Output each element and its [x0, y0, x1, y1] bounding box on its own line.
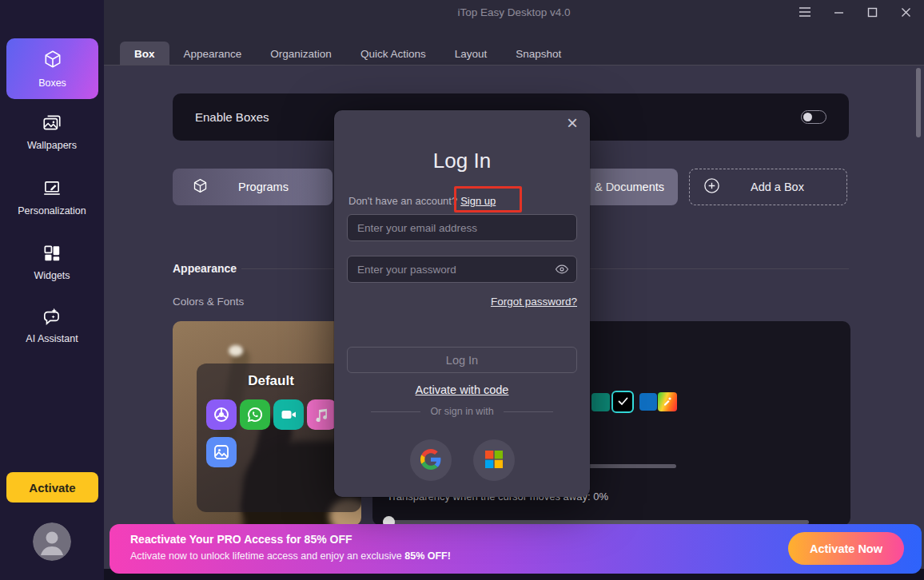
microsoft-icon [484, 450, 504, 471]
activate-button-label: Activate [29, 481, 75, 495]
login-modal: × Log In Don't have an account?Sign up F… [334, 110, 590, 497]
appearance-heading: Appearance [173, 262, 237, 275]
sidebar-item-boxes[interactable]: Boxes [6, 38, 98, 99]
eyedropper-icon [663, 395, 672, 408]
microsoft-login-button[interactable] [473, 439, 515, 481]
sidebar-item-label: AI Assistant [26, 333, 78, 344]
google-login-button[interactable] [410, 439, 452, 481]
tab-layout[interactable]: Layout [440, 42, 502, 66]
color-swatch-black-selected[interactable] [611, 391, 634, 413]
maximize-button[interactable] [865, 5, 879, 19]
toggle-knob [803, 113, 812, 121]
google-icon [420, 449, 441, 472]
photos-icon [206, 437, 237, 467]
add-a-box-button[interactable]: Add a Box [689, 169, 847, 205]
sidebar-item-personalization[interactable]: Personalization [0, 178, 104, 217]
preview-photo-shape [229, 345, 243, 356]
sidebar-item-label: Widgets [34, 270, 70, 281]
sidebar-item-wallpapers[interactable]: Wallpapers [0, 113, 104, 151]
sidebar-item-label: Boxes [38, 77, 66, 89]
login-button[interactable]: Log In [347, 347, 577, 373]
widgets-icon [42, 243, 62, 264]
promo-title: Reactivate Your PRO Access for 85% OFF [130, 533, 352, 546]
show-password-eye-icon[interactable] [555, 263, 569, 278]
menu-icon[interactable] [798, 5, 812, 19]
user-icon [33, 522, 71, 561]
promo-banner: Reactivate Your PRO Access for 85% OFF A… [110, 524, 922, 574]
avatar[interactable] [33, 522, 71, 561]
tab-box[interactable]: Box [120, 42, 169, 66]
minimize-button[interactable] [831, 5, 846, 19]
enable-boxes-label: Enable Boxes [195, 110, 269, 124]
enable-boxes-toggle[interactable] [801, 110, 826, 124]
password-field[interactable] [347, 256, 577, 283]
app-window: iTop Easy Desktop v4.0 Box Appearance Or… [0, 0, 924, 580]
social-login-row [334, 439, 590, 481]
preview-box-name: Default [197, 373, 345, 389]
or-sign-in-row: Or sign in with [334, 406, 590, 417]
color-swatch-teal[interactable] [591, 393, 610, 411]
forgot-password-link[interactable]: Forgot password? [491, 296, 577, 308]
window-controls [798, 5, 913, 19]
signup-row: Don't have an account?Sign up [348, 195, 496, 207]
sidebar-item-label: Personalization [18, 205, 86, 217]
sidebar: Boxes Wallpapers Personalization Widgets [0, 0, 104, 580]
activate-now-button[interactable]: Activate Now [788, 532, 904, 565]
login-title: Log In [334, 149, 590, 173]
activate-with-code-link[interactable]: Activate with code [334, 383, 590, 396]
scrollbar-thumb[interactable] [916, 68, 921, 137]
modal-close-icon[interactable]: × [563, 113, 582, 133]
whatsapp-icon [240, 399, 270, 430]
ai-assistant-icon [42, 306, 62, 327]
theme-preview[interactable]: Default [173, 321, 361, 526]
tab-snapshot[interactable]: Snapshot [501, 42, 576, 66]
signup-link[interactable]: Sign up [460, 195, 496, 207]
browser-icon [206, 399, 237, 430]
video-icon [273, 399, 304, 430]
tab-quick-actions[interactable]: Quick Actions [346, 42, 440, 66]
programs-box-button[interactable]: Programs [173, 169, 333, 205]
personalization-icon [42, 178, 62, 199]
plus-circle-icon [703, 177, 721, 197]
sidebar-item-widgets[interactable]: Widgets [0, 243, 104, 281]
color-swatch-blue[interactable] [639, 393, 657, 411]
email-field[interactable] [347, 214, 577, 241]
sidebar-item-label: Wallpapers [27, 140, 77, 151]
color-picker-swatch[interactable] [658, 392, 677, 411]
tab-bar: Box Appearance Organization Quick Action… [120, 42, 576, 66]
divider-line [504, 411, 553, 412]
programs-label: Programs [209, 181, 333, 193]
promo-subtitle-bold: 85% OFF! [404, 550, 451, 562]
sidebar-item-ai-assistant[interactable]: AI Assistant [0, 306, 104, 344]
documents-label: & Documents [595, 181, 664, 193]
signup-prompt: Don't have an account? [348, 195, 457, 207]
divider-line [371, 411, 420, 412]
tab-appearance[interactable]: Appearance [169, 42, 257, 66]
wallpapers-icon [42, 113, 62, 133]
music-icon [307, 399, 337, 430]
activate-button[interactable]: Activate [6, 472, 98, 503]
tab-divider [104, 65, 924, 66]
boxes-icon [42, 49, 63, 72]
promo-subtitle-text: Activate now to unlock lifetime access a… [130, 550, 404, 562]
close-button[interactable] [898, 5, 913, 19]
tab-organization[interactable]: Organization [256, 42, 346, 66]
add-a-box-label: Add a Box [721, 181, 846, 193]
check-icon [618, 395, 628, 408]
login-button-label: Log In [446, 354, 478, 367]
colors-fonts-label: Colors & Fonts [173, 296, 244, 308]
activate-now-label: Activate Now [810, 542, 882, 555]
promo-subtitle: Activate now to unlock lifetime access a… [130, 550, 451, 562]
or-sign-in-label: Or sign in with [430, 406, 493, 417]
box-icon [192, 177, 209, 197]
